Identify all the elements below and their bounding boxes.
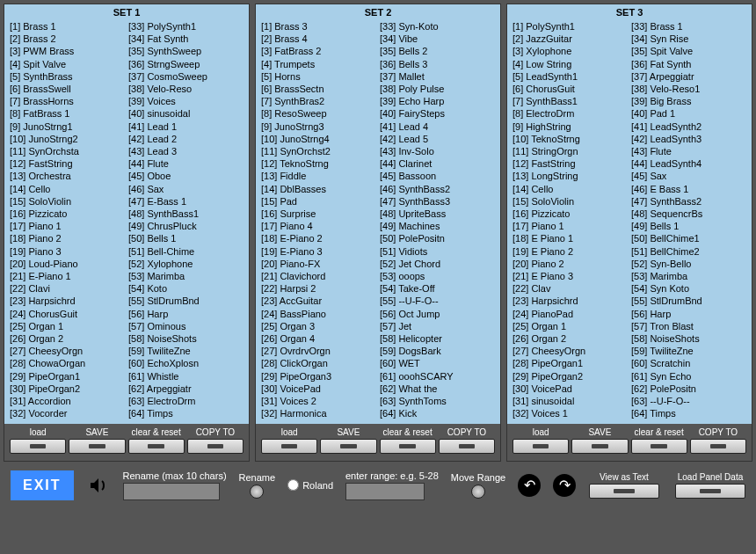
redo-icon[interactable]: ↷ [553,474,576,497]
patch-item[interactable]: [33] PolySynth1 [128,20,244,33]
patch-item[interactable]: [17] Piano 1 [10,220,125,232]
copyto-button[interactable] [690,439,746,454]
patch-item[interactable]: [55] StlDrumBnd [631,295,746,307]
patch-item[interactable]: [2] Brass 2 [10,33,125,45]
patch-item[interactable]: [51] Vidiots [380,245,495,258]
patch-item[interactable]: [12] TeknoStrng [261,157,376,170]
patch-item[interactable]: [58] NoiseShots [128,332,244,345]
patch-item[interactable]: [29] PipeOrgan1 [10,370,125,383]
patch-item[interactable]: [54] Koto [128,282,244,295]
patch-item[interactable]: [50] Bells 1 [128,232,244,244]
patch-item[interactable]: [33] Brass 1 [631,20,746,33]
patch-item[interactable]: [60] EchoXplosn [128,357,244,369]
patch-item[interactable]: [63] --U-F-O-- [631,395,746,407]
patch-item[interactable]: [43] Lead 3 [128,145,244,157]
patch-item[interactable]: [28] ClickOrgan [261,357,376,369]
rename-button[interactable] [250,485,264,499]
patch-item[interactable]: [51] BellChime2 [631,245,746,258]
patch-item[interactable]: [35] Spit Valve [631,45,746,57]
patch-item[interactable]: [26] Organ 2 [10,332,125,345]
patch-item[interactable]: [16] Surprise [261,208,376,220]
patch-item[interactable]: [28] PipeOrgan1 [512,357,628,369]
patch-item[interactable]: [50] BellChime1 [631,232,746,244]
patch-item[interactable]: [46] E Bass 1 [631,183,746,195]
patch-item[interactable]: [41] Lead 1 [128,120,244,133]
patch-item[interactable]: [1] PolySynth1 [512,20,628,33]
patch-item[interactable]: [48] UpriteBass [380,208,495,220]
patch-item[interactable]: [18] Piano 2 [10,232,125,244]
patch-item[interactable]: [36] Bells 3 [380,58,495,70]
patch-item[interactable]: [20] Piano-FX [261,258,376,270]
patch-item[interactable]: [45] Sax [631,170,746,182]
patch-item[interactable]: [26] Organ 2 [512,332,628,345]
patch-item[interactable]: [56] Harp [631,308,746,320]
patch-item[interactable]: [10] JunoStrng2 [10,133,125,145]
patch-item[interactable]: [32] Vocorder [10,407,125,419]
patch-item[interactable]: [48] SequencrBs [631,208,746,220]
patch-item[interactable]: [2] Brass 4 [261,33,376,45]
patch-item[interactable]: [44] Flute [128,157,244,170]
patch-item[interactable]: [39] Echo Harp [380,95,495,107]
patch-item[interactable]: [36] Fat Synth [631,58,746,70]
rename-input[interactable] [123,483,220,500]
patch-item[interactable]: [4] Low String [512,58,628,70]
patch-item[interactable]: [53] Marimba [128,270,244,282]
patch-item[interactable]: [49] ChrusPluck [128,220,244,232]
patch-item[interactable]: [19] Piano 3 [10,245,125,258]
patch-item[interactable]: [29] PipeOrgan3 [261,370,376,383]
patch-item[interactable]: [40] sinusoidal [128,107,244,120]
patch-item[interactable]: [30] PipeOrgan2 [10,383,125,395]
patch-item[interactable]: [4] Trumpets [261,58,376,70]
patch-item[interactable]: [42] LeadSynth3 [631,133,746,145]
patch-item[interactable]: [9] JunoStrng3 [261,120,376,133]
patch-item[interactable]: [12] FastString [512,157,628,170]
patch-item[interactable]: [54] Syn Koto [631,282,746,295]
patch-item[interactable]: [24] ChorusGuit [10,308,125,320]
patch-item[interactable]: [34] Fat Synth [128,33,244,45]
patch-item[interactable]: [14] DblBasses [261,183,376,195]
patch-item[interactable]: [64] Kick [380,407,495,419]
load-button[interactable] [10,439,66,454]
loadpanel-button[interactable] [675,484,745,499]
patch-item[interactable]: [44] Clarinet [380,157,495,170]
patch-item[interactable]: [63] ElectroDrm [128,395,244,407]
patch-item[interactable]: [15] SoloViolin [512,195,628,208]
patch-item[interactable]: [15] Pad [261,195,376,208]
patch-item[interactable]: [18] E Piano 1 [512,232,628,244]
save-button[interactable] [571,439,628,454]
patch-item[interactable]: [23] Harpsichrd [10,295,125,307]
patch-item[interactable]: [44] LeadSynth4 [631,157,746,170]
speaker-icon[interactable] [86,475,111,496]
patch-item[interactable]: [61] Whistle [128,370,244,383]
patch-item[interactable]: [46] Sax [128,183,244,195]
patch-item[interactable]: [8] ResoSweep [261,107,376,120]
patch-item[interactable]: [32] Voices 1 [512,407,628,419]
patch-item[interactable]: [21] Clavichord [261,270,376,282]
patch-item[interactable]: [12] FastString [10,157,125,170]
patch-item[interactable]: [16] Pizzicato [10,208,125,220]
clear-reset-button[interactable] [631,439,687,454]
patch-item[interactable]: [4] Spit Valve [10,58,125,70]
patch-item[interactable]: [16] Pizzicato [512,208,628,220]
copyto-button[interactable] [439,439,495,454]
patch-item[interactable]: [42] Lead 2 [128,133,244,145]
patch-item[interactable]: [62] Arpeggiatr [128,383,244,395]
save-button[interactable] [320,439,376,454]
patch-item[interactable]: [37] Mallet [380,70,495,83]
patch-item[interactable]: [10] TeknoStrng [512,133,628,145]
patch-item[interactable]: [31] Accordion [10,395,125,407]
patch-item[interactable]: [49] Bells 1 [631,220,746,232]
patch-item[interactable]: [1] Brass 1 [10,20,125,33]
patch-item[interactable]: [21] E-Piano 1 [10,270,125,282]
patch-item[interactable]: [56] Oct Jump [380,308,495,320]
patch-item[interactable]: [58] Helicopter [380,332,495,345]
roland-radio[interactable]: Roland [287,479,333,491]
patch-item[interactable]: [60] Scratchin [631,357,746,369]
patch-item[interactable]: [23] Harpsichrd [512,295,628,307]
patch-item[interactable]: [13] LongString [512,170,628,182]
patch-item[interactable]: [15] SoloViolin [10,195,125,208]
patch-item[interactable]: [62] What the [380,383,495,395]
patch-item[interactable]: [47] E-Bass 1 [128,195,244,208]
patch-item[interactable]: [58] NoiseShots [631,332,746,345]
patch-item[interactable]: [38] Poly Pulse [380,83,495,95]
